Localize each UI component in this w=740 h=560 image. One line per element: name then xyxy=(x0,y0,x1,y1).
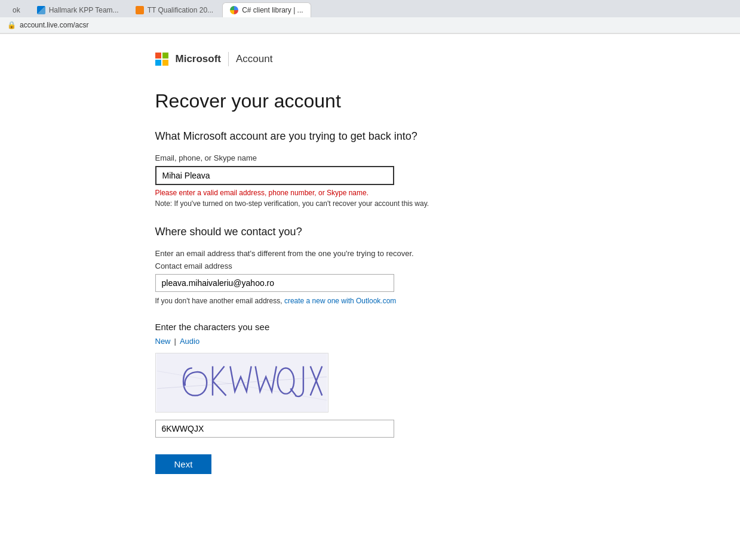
no-email-prefix: If you don't have another email address, xyxy=(155,297,284,305)
captcha-pipe: | xyxy=(174,337,176,346)
url-text: account.live.com/acsr xyxy=(20,21,88,29)
page-title: Recover your account xyxy=(155,90,585,112)
error-message: Please enter a valid email address, phon… xyxy=(155,189,585,197)
page-content: Microsoft Account Recover your account W… xyxy=(131,34,609,492)
tab-4-label: C# client library | ... xyxy=(242,6,303,14)
tab-3-label: TT Qualification 20... xyxy=(148,6,214,14)
header-section: Account xyxy=(236,53,272,65)
captcha-input[interactable] xyxy=(155,420,394,438)
logo-yellow xyxy=(162,60,168,66)
no-email-note: If you don't have another email address,… xyxy=(155,297,585,305)
microsoft-brand: Microsoft xyxy=(176,53,222,65)
create-outlook-link[interactable]: create a new one with Outlook.com xyxy=(284,297,396,305)
note-text: Note: If you've turned on two-step verif… xyxy=(155,199,585,208)
logo-green xyxy=(162,53,168,59)
lock-icon: 🔒 xyxy=(7,21,16,29)
contact-label: Contact email address xyxy=(155,261,585,270)
tabs-bar: ok Hallmark KPP Team... TT Qualification… xyxy=(0,0,740,17)
email-input[interactable] xyxy=(155,166,394,185)
captcha-label: Enter the characters you see xyxy=(155,322,585,332)
header-divider xyxy=(228,52,229,66)
contact-description: Enter an email address that's different … xyxy=(155,249,585,258)
next-button[interactable]: Next xyxy=(155,454,212,474)
tab-1[interactable]: ok xyxy=(5,2,28,17)
address-bar: 🔒 account.live.com/acsr xyxy=(0,17,740,33)
logo-blue xyxy=(155,60,161,66)
question2: Where should we contact you? xyxy=(155,226,585,238)
captcha-links: New | Audio xyxy=(155,337,585,346)
logo-red xyxy=(155,53,161,59)
captcha-image xyxy=(155,353,328,413)
tab-1-label: ok xyxy=(13,6,20,14)
question1: What Microsoft account are you trying to… xyxy=(155,130,585,143)
ms-header: Microsoft Account xyxy=(155,52,585,66)
captcha-svg xyxy=(156,353,328,412)
email-field-group: Email, phone, or Skype name Please enter… xyxy=(155,153,585,208)
edge-favicon xyxy=(37,6,45,14)
orange-favicon xyxy=(136,6,144,14)
tab-2-label: Hallmark KPP Team... xyxy=(49,6,119,14)
tab-3[interactable]: TT Qualification 20... xyxy=(128,2,222,17)
tab-2[interactable]: Hallmark KPP Team... xyxy=(29,2,127,17)
tab-4[interactable]: C# client library | ... xyxy=(222,2,311,17)
microsoft-logo xyxy=(155,53,168,66)
email-field-label: Email, phone, or Skype name xyxy=(155,153,585,162)
contact-email-input[interactable] xyxy=(155,274,394,292)
captcha-section: Enter the characters you see New | Audio xyxy=(155,322,585,438)
captcha-new-link[interactable]: New xyxy=(155,337,171,346)
contact-section: Enter an email address that's different … xyxy=(155,249,585,305)
browser-chrome: ok Hallmark KPP Team... TT Qualification… xyxy=(0,0,740,34)
google-favicon xyxy=(230,6,238,14)
captcha-audio-link[interactable]: Audio xyxy=(180,337,199,346)
